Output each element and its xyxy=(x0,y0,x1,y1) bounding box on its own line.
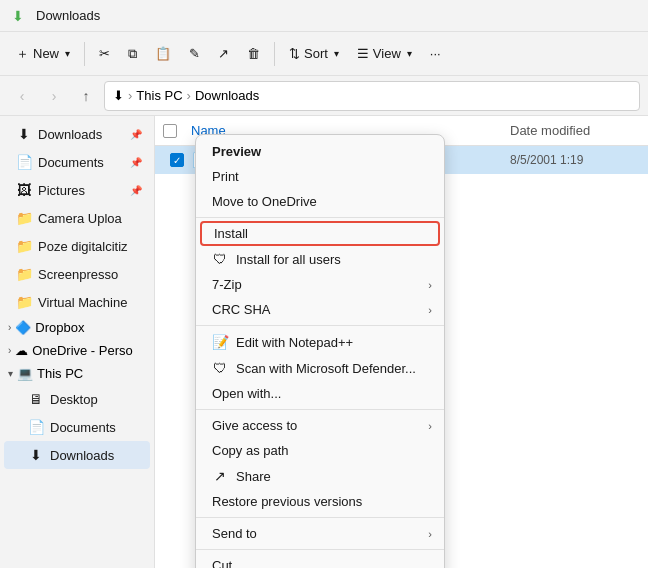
cm-7zip-arrow: › xyxy=(428,279,432,291)
cm-preview[interactable]: Preview xyxy=(196,139,444,164)
cm-cut-label: Cut xyxy=(212,558,232,568)
copy-icon: ⧉ xyxy=(128,46,137,62)
cm-share[interactable]: ↗ Share xyxy=(196,463,444,489)
select-all-checkbox[interactable] xyxy=(163,124,177,138)
cm-defender-icon: 🛡 xyxy=(212,360,228,376)
sidebar-item-camera[interactable]: 📁 Camera Uploa xyxy=(4,204,150,232)
cm-install-label: Install xyxy=(214,226,248,241)
sidebar-group-thispc[interactable]: ▾ 💻 This PC xyxy=(0,362,154,385)
sort-button[interactable]: ⇅ Sort ▾ xyxy=(281,41,347,66)
sidebar-label-poze: Poze digitalcitiz xyxy=(38,239,142,254)
sidebar-item-desktop[interactable]: 🖥 Desktop xyxy=(4,385,150,413)
back-button[interactable]: ‹ xyxy=(8,82,36,110)
cm-install-all-label: Install for all users xyxy=(236,252,341,267)
cm-notepad[interactable]: 📝 Edit with Notepad++ xyxy=(196,329,444,355)
cm-sendto[interactable]: Send to › xyxy=(196,521,444,546)
cm-sep-5 xyxy=(196,549,444,550)
paste-button[interactable]: 📋 xyxy=(147,41,179,66)
new-button[interactable]: ＋ New ▾ xyxy=(8,40,78,68)
poze-icon: 📁 xyxy=(16,238,32,254)
sidebar-label-thispc: This PC xyxy=(37,366,83,381)
row-checkbox[interactable]: ✓ xyxy=(170,153,184,167)
onedrive-icon: ☁ xyxy=(15,343,28,358)
dropbox-arrow: › xyxy=(8,322,11,333)
sidebar-item-pictures[interactable]: 🖼 Pictures 📌 xyxy=(4,176,150,204)
cm-print[interactable]: Print xyxy=(196,164,444,189)
sidebar-group-dropbox[interactable]: › 🔷 Dropbox xyxy=(0,316,154,339)
cm-crcsha-arrow: › xyxy=(428,304,432,316)
dl2-icon: ⬇ xyxy=(28,447,44,463)
cm-share-label: Share xyxy=(236,469,271,484)
sort-chevron: ▾ xyxy=(334,48,339,59)
sidebar-label-onedrive: OneDrive - Perso xyxy=(32,343,132,358)
sidebar-item-docs2[interactable]: 📄 Documents xyxy=(4,413,150,441)
sidebar-item-downloads[interactable]: ⬇ Downloads 📌 xyxy=(4,120,150,148)
delete-button[interactable]: 🗑 xyxy=(239,41,268,66)
cm-sep-2 xyxy=(196,325,444,326)
paste-icon: 📋 xyxy=(155,46,171,61)
address-bar: ‹ › ↑ ⬇ › This PC › Downloads xyxy=(0,76,648,116)
rename-button[interactable]: ✎ xyxy=(181,41,208,66)
toolbar-separator-1 xyxy=(84,42,85,66)
sidebar-label-dropbox: Dropbox xyxy=(35,320,84,335)
row-check[interactable]: ✓ xyxy=(163,153,191,167)
desktop-icon: 🖥 xyxy=(28,391,44,407)
cm-crcsha-label: CRC SHA xyxy=(212,302,271,317)
sidebar-item-poze[interactable]: 📁 Poze digitalcitiz xyxy=(4,232,150,260)
cut-button[interactable]: ✂ xyxy=(91,41,118,66)
new-label: New xyxy=(33,46,59,61)
cm-move-onedrive[interactable]: Move to OneDrive xyxy=(196,189,444,214)
cm-give-access[interactable]: Give access to › xyxy=(196,413,444,438)
cm-print-label: Print xyxy=(212,169,239,184)
sidebar-item-virtualmachines[interactable]: 📁 Virtual Machine xyxy=(4,288,150,316)
sidebar-label-docs2: Documents xyxy=(50,420,142,435)
breadcrumb-sep-2: › xyxy=(187,88,191,103)
cm-shield-icon-1: 🛡 xyxy=(212,251,228,267)
cm-7zip-label: 7-Zip xyxy=(212,277,242,292)
sort-label: Sort xyxy=(304,46,328,61)
breadcrumb-downloads: Downloads xyxy=(195,88,259,103)
breadcrumb[interactable]: ⬇ › This PC › Downloads xyxy=(104,81,640,111)
cm-restore[interactable]: Restore previous versions xyxy=(196,489,444,514)
cm-move-onedrive-label: Move to OneDrive xyxy=(212,194,317,209)
forward-button[interactable]: › xyxy=(40,82,68,110)
cm-defender[interactable]: 🛡 Scan with Microsoft Defender... xyxy=(196,355,444,381)
delete-icon: 🗑 xyxy=(247,46,260,61)
cm-sep-4 xyxy=(196,517,444,518)
cm-crcsha[interactable]: CRC SHA › xyxy=(196,297,444,322)
sidebar-item-documents[interactable]: 📄 Documents 📌 xyxy=(4,148,150,176)
title-bar-icon: ⬇ xyxy=(12,8,28,24)
cut-icon: ✂ xyxy=(99,46,110,61)
cm-install[interactable]: Install xyxy=(200,221,440,246)
share-button[interactable]: ↗ xyxy=(210,41,237,66)
cm-7zip[interactable]: 7-Zip › xyxy=(196,272,444,297)
cm-sep-3 xyxy=(196,409,444,410)
sort-icon: ⇅ xyxy=(289,46,300,61)
sidebar-label-vm: Virtual Machine xyxy=(38,295,142,310)
sidebar-item-screenpresso[interactable]: 📁 Screenpresso xyxy=(4,260,150,288)
documents-icon: 📄 xyxy=(16,154,32,170)
vm-icon: 📁 xyxy=(16,294,32,310)
col-date-header: Date modified xyxy=(510,123,640,138)
cm-preview-label: Preview xyxy=(212,144,261,159)
toolbar-separator-2 xyxy=(274,42,275,66)
sidebar: ⬇ Downloads 📌 📄 Documents 📌 🖼 Pictures 📌… xyxy=(0,116,155,568)
view-button[interactable]: ☰ View ▾ xyxy=(349,41,420,66)
thispc-icon: 💻 xyxy=(17,366,33,381)
copy-button[interactable]: ⧉ xyxy=(120,41,145,67)
sidebar-item-dl2[interactable]: ⬇ Downloads xyxy=(4,441,150,469)
cm-copy-path[interactable]: Copy as path xyxy=(196,438,444,463)
more-button[interactable]: ··· xyxy=(422,41,449,66)
pictures-icon: 🖼 xyxy=(16,182,32,198)
cm-cut[interactable]: Cut xyxy=(196,553,444,568)
sidebar-label-dl2: Downloads xyxy=(50,448,142,463)
up-button[interactable]: ↑ xyxy=(72,82,100,110)
breadcrumb-thispc: This PC xyxy=(136,88,182,103)
sidebar-group-onedrive[interactable]: › ☁ OneDrive - Perso xyxy=(0,339,154,362)
cm-openwith[interactable]: Open with... xyxy=(196,381,444,406)
cm-sendto-arrow: › xyxy=(428,528,432,540)
onedrive-arrow: › xyxy=(8,345,11,356)
pictures-pin: 📌 xyxy=(130,185,142,196)
cm-install-all[interactable]: 🛡 Install for all users xyxy=(196,246,444,272)
breadcrumb-icon: ⬇ xyxy=(113,88,124,103)
